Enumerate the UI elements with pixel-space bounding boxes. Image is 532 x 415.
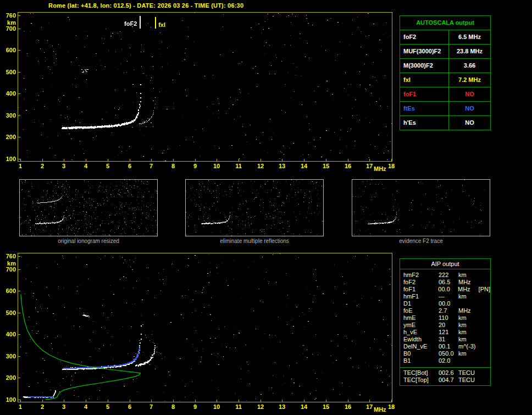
aip-param-value: 121 (439, 329, 458, 336)
aip-param-value: 00.0 (439, 300, 458, 307)
autoscala-param-label: M(3000)F2 (400, 59, 449, 73)
x-tick-main-5: 5 (101, 163, 114, 169)
x-tick-profile-4: 4 (79, 403, 92, 410)
x-tick-main-9: 9 (189, 163, 202, 169)
aip-row-ewidth: Ewidth31km (400, 336, 490, 343)
autoscala-param-label: ftEs (400, 102, 449, 115)
y-axis-unit-main: km (2, 19, 16, 26)
y-tick-profile-300: 300 (2, 353, 16, 359)
aip-param-value: 06.5 (439, 279, 458, 286)
autoscala-param-label: foF1 (400, 87, 449, 101)
autoscala-output-table: AUTOSCALA output foF26.5 MHzMUF(3000)F22… (400, 15, 491, 130)
x-tick-main-7: 7 (145, 163, 158, 169)
aip-param-note (479, 329, 490, 336)
x-tick-main-18: 18 (385, 163, 398, 169)
y-tick-profile-600: 600 (2, 287, 16, 294)
y-tick-main-400: 400 (2, 90, 16, 97)
y-tick-profile-400: 400 (2, 331, 16, 337)
autoscala-row-hes: h'EsNO (400, 116, 490, 130)
thumbnail-evidence-canvas (352, 180, 490, 236)
thumbnail-eliminate-canvas (186, 180, 323, 236)
x-tick-profile-2: 2 (36, 403, 49, 410)
thumbnail-eliminate-reflections (185, 179, 324, 236)
aip-param-label: TEC[Top] (400, 377, 439, 384)
x-tick-main-16: 16 (341, 163, 354, 169)
x-tick-profile-6: 6 (123, 403, 136, 410)
aip-row-delnve: DelN_vE00.1m^(-3) (400, 343, 490, 350)
autoscala-param-value: 6.5 MHz (449, 30, 490, 44)
x-axis-unit-profile: MHz (374, 406, 386, 413)
aip-param-note: [PN] (479, 286, 490, 293)
aip-param-note (479, 293, 490, 300)
aip-param-unit: km (458, 293, 479, 300)
thumbnail-original-ionogram (19, 179, 158, 236)
x-tick-profile-16: 16 (341, 403, 354, 410)
aip-row-foe: foE2.7MHz (400, 307, 490, 314)
aip-param-unit (458, 357, 479, 364)
x-tick-profile-11: 11 (232, 403, 245, 410)
aip-row-hmf1: hmF1---km (400, 293, 490, 300)
aip-param-unit (458, 300, 479, 307)
main-ionogram-canvas (18, 13, 392, 161)
aip-row-d1: D100.0 (400, 300, 490, 307)
autoscala-row-fxi: fxI7.2 MHz (400, 73, 490, 87)
aip-param-value: 110 (439, 314, 458, 322)
aip-param-note (479, 307, 490, 314)
aip-row-tecbot: TEC[Bot]002.6TECU (400, 369, 490, 377)
thumbnail-caption-original: original ionogram resized (19, 238, 158, 244)
main-ionogram-plot (18, 12, 392, 162)
autoscala-param-value: NO (449, 87, 490, 101)
aip-param-unit: km (458, 329, 479, 336)
aip-row-yme: ymE20km (400, 322, 490, 329)
aip-param-value: 2.7 (439, 307, 458, 314)
aip-param-value: 222 (439, 272, 458, 279)
aip-param-unit: m^(-3) (458, 343, 479, 350)
y-tick-profile-100: 100 (2, 396, 16, 403)
aip-param-unit: km (458, 322, 479, 329)
aip-param-note (479, 300, 490, 307)
x-tick-profile-9: 9 (189, 403, 202, 410)
aip-param-value: 02.0 (439, 357, 458, 364)
autoscala-param-value: 23.8 MHz (449, 45, 490, 58)
y-tick-profile-500: 500 (2, 309, 16, 316)
y-tick-profile-760: 760 (2, 253, 16, 259)
aip-param-note (479, 343, 490, 350)
aip-param-label: ymE (400, 322, 439, 329)
y-tick-profile-700: 700 (2, 266, 16, 273)
aip-param-unit: TECU (458, 369, 479, 377)
aip-row-b0: B0050.0km (400, 350, 490, 357)
aip-param-note (479, 322, 490, 329)
aip-param-unit: km (458, 314, 479, 322)
x-axis-unit-main: MHz (374, 165, 386, 172)
aip-param-value: 00.0 (438, 286, 458, 293)
x-tick-profile-5: 5 (101, 403, 114, 410)
thumbnail-caption-evidence: evidence F2 trace (352, 238, 490, 244)
aip-row-tectop: TEC[Top]004.7TECU (400, 377, 490, 384)
x-tick-profile-13: 13 (275, 403, 289, 410)
thumbnail-caption-eliminate: eliminate multiple reflections (185, 238, 324, 244)
aip-param-unit: km (458, 350, 479, 357)
y-tick-main-300: 300 (2, 112, 16, 119)
x-tick-main-10: 10 (210, 163, 223, 169)
aip-param-label: foF1 (400, 286, 438, 293)
aip-param-value: 31 (439, 336, 458, 343)
x-tick-main-1: 1 (14, 163, 27, 169)
autoscala-window: Rome (lat: +41.8, lon: 012.5) - DATE: 20… (0, 0, 532, 415)
autoscala-param-value: NO (449, 102, 490, 115)
aip-param-value: 004.7 (439, 377, 458, 384)
aip-param-note (479, 314, 490, 322)
autoscala-row-ftes: ftEsNO (400, 102, 490, 116)
autoscala-row-fof2: foF26.5 MHz (400, 30, 490, 45)
aip-param-note (479, 350, 490, 357)
profile-ionogram-plot (18, 253, 392, 402)
aip-param-label: h_vE (400, 329, 439, 336)
aip-tec-rows: TEC[Bot]002.6TECUTEC[Top]004.7TECU (400, 367, 490, 385)
aip-param-label: hmF1 (400, 293, 439, 300)
aip-row-fof1: foF100.0MHz[PN] (400, 286, 490, 293)
x-tick-profile-3: 3 (57, 403, 70, 410)
foF2-marker-label: foF2 (119, 20, 137, 27)
autoscala-param-label: foF2 (400, 30, 449, 44)
station-date-header: Rome (lat: +41.8, lon: 012.5) - DATE: 20… (48, 2, 243, 9)
aip-param-label: D1 (400, 300, 439, 307)
autoscala-param-label: fxI (400, 73, 449, 87)
